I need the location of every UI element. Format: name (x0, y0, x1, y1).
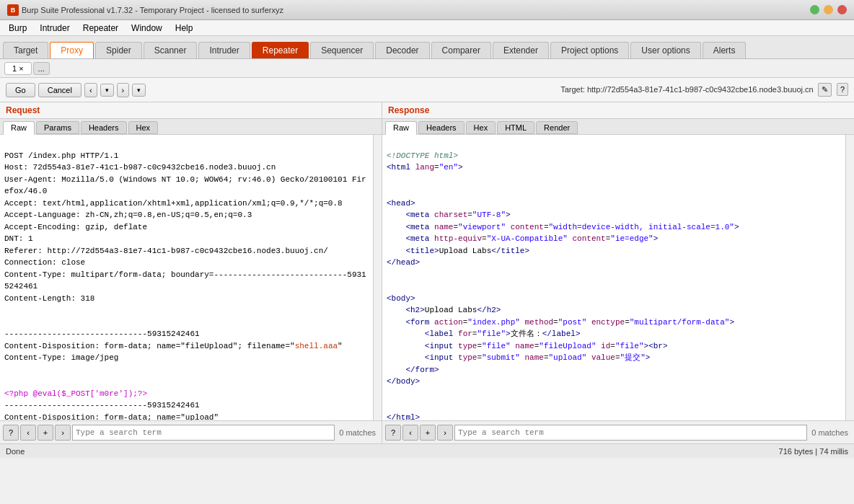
response-search-back[interactable]: ‹ (402, 425, 418, 441)
tab-target[interactable]: Target (3, 42, 48, 58)
forward-dropdown-button[interactable]: ▾ (132, 84, 146, 97)
resp-meta-charset: <meta charset="UTF-8"> (387, 211, 511, 219)
req-line3: User-Agent: Mozilla/5.0 (Windows NT 10.0… (4, 175, 366, 196)
tab-intruder[interactable]: Intruder (198, 42, 250, 58)
req-boundary1: ------------------------------5931524246… (4, 330, 200, 338)
req-line10: Content-Type: multipart/form-data; bound… (4, 270, 366, 291)
tab-sequencer[interactable]: Sequencer (310, 42, 374, 58)
response-tab-render[interactable]: Render (536, 121, 578, 134)
menu-help[interactable]: Help (170, 22, 199, 35)
menu-burp[interactable]: Burp (3, 22, 32, 35)
request-search-help[interactable]: ? (3, 425, 19, 441)
tab-extender[interactable]: Extender (493, 42, 549, 58)
resp-meta-viewport: <meta name="viewport" content="width=dev… (387, 223, 739, 231)
resp-html-open: <html lang="en"> (387, 163, 463, 172)
statusbar: Done 716 bytes | 74 millis (0, 443, 854, 458)
response-tab-raw[interactable]: Raw (385, 121, 417, 135)
request-tabs: Raw Params Headers Hex (0, 119, 382, 135)
response-search-bar: ? ‹ + › 0 matches (382, 420, 854, 443)
resp-input-submit: <input type="submit" name="upload" value… (387, 353, 650, 362)
req-boundary2: ------------------------------5931524246… (4, 401, 200, 410)
resp-h2: <h2>Upload Labs</h2> (387, 306, 501, 314)
response-tab-hex[interactable]: Hex (466, 121, 496, 134)
req-line7: DNT: 1 (4, 234, 33, 243)
response-content[interactable]: <!DOCTYPE html> <html lang="en"> <head> … (382, 135, 845, 420)
req-line5: Accept-Language: zh-CN,zh;q=0.8,en-US;q=… (4, 211, 252, 219)
titlebar: B Burp Suite Professional v1.7.32 - Temp… (0, 0, 854, 20)
close-button[interactable] (837, 5, 847, 14)
request-content[interactable]: POST /index.php HTTP/1.1 Host: 72d554a3-… (0, 135, 373, 420)
req-cd2: Content-Disposition: form-data; name="up… (4, 413, 219, 421)
request-search-add[interactable]: + (38, 425, 53, 441)
repeater-tab-new[interactable]: ... (33, 62, 50, 75)
tab-decoder[interactable]: Decoder (375, 42, 429, 58)
back-button[interactable]: ‹ (84, 83, 97, 97)
request-tab-params[interactable]: Params (36, 121, 79, 134)
back-dropdown-button[interactable]: ▾ (100, 84, 114, 97)
request-scrollbar[interactable] (373, 135, 382, 420)
response-search-input[interactable] (454, 425, 807, 441)
cancel-button[interactable]: Cancel (38, 83, 82, 97)
resp-head-close: </head> (387, 258, 420, 267)
req-cd1: Content-Disposition: form-data; name="fi… (4, 342, 343, 350)
target-info: Target: http://72d554a3-81e7-41c1-b987-c… (149, 83, 848, 97)
menu-window[interactable]: Window (126, 22, 168, 35)
tab-proxy[interactable]: Proxy (50, 42, 94, 58)
tab-repeater[interactable]: Repeater (252, 42, 309, 58)
main-tabbar: Target Proxy Spider Scanner Intruder Rep… (0, 36, 854, 59)
response-search-forward[interactable]: › (437, 425, 453, 441)
menu-intruder[interactable]: Intruder (34, 22, 75, 35)
tab-alerts[interactable]: Alerts (703, 42, 747, 58)
size-info: 716 bytes | 74 millis (779, 447, 848, 456)
req-ct1: Content-Type: image/jpeg (4, 353, 118, 362)
repeater-tab-1[interactable]: 1 × (4, 62, 32, 75)
response-search-help[interactable]: ? (385, 425, 401, 441)
response-scrollbar[interactable] (845, 135, 854, 420)
tab-user-options[interactable]: User options (630, 42, 700, 58)
app-icon: B (7, 4, 19, 16)
menubar: Burp Intruder Repeater Window Help (0, 20, 854, 36)
req-line9: Connection: close (4, 258, 85, 267)
req-line6: Accept-Encoding: gzip, deflate (4, 223, 147, 231)
response-match-count: 0 matches (809, 428, 851, 437)
request-tab-headers[interactable]: Headers (81, 121, 127, 134)
request-tab-hex[interactable]: Hex (128, 121, 159, 134)
response-tab-html[interactable]: HTML (497, 121, 534, 134)
minimize-button[interactable] (810, 5, 819, 14)
resp-body-close: </body> (387, 377, 420, 386)
request-search-back[interactable]: ‹ (20, 425, 36, 441)
tab-project-options[interactable]: Project options (550, 42, 629, 58)
resp-doctype: <!DOCTYPE html> (387, 151, 458, 160)
tab-scanner[interactable]: Scanner (144, 42, 198, 58)
request-tab-raw[interactable]: Raw (3, 121, 35, 135)
target-label: Target: http://72d554a3-81e7-41c1-b987-c… (560, 85, 813, 94)
main-content: Request Raw Params Headers Hex POST /ind… (0, 102, 854, 443)
repeater-subtabs: 1 × ... (0, 59, 854, 78)
window-controls (810, 5, 847, 14)
response-tabs: Raw Headers Hex HTML Render (382, 119, 854, 135)
window-title: Burp Suite Professional v1.7.32 - Tempor… (22, 6, 283, 14)
req-line2: Host: 72d554a3-81e7-41c1-b987-c0c9432cbe… (4, 163, 276, 172)
go-button[interactable]: Go (6, 83, 35, 97)
status-text: Done (6, 447, 25, 456)
resp-label: <label for="file">文件名：</label> (387, 330, 580, 338)
edit-target-button[interactable]: ✎ (818, 83, 832, 97)
request-header: Request (0, 102, 382, 119)
req-line1: POST /index.php HTTP/1.1 (4, 151, 118, 160)
toolbar: Go Cancel ‹ ▾ › ▾ Target: http://72d554a… (0, 78, 854, 102)
request-search-input[interactable] (72, 425, 335, 441)
tab-spider[interactable]: Spider (95, 42, 142, 58)
resp-title: <title>Upload Labs</title> (387, 247, 529, 255)
maximize-button[interactable] (824, 5, 833, 14)
menu-repeater[interactable]: Repeater (77, 22, 124, 35)
resp-form-close: </form> (387, 366, 439, 374)
request-match-count: 0 matches (336, 428, 379, 437)
request-search-forward[interactable]: › (55, 425, 71, 441)
forward-button[interactable]: › (117, 83, 130, 97)
tab-comparer[interactable]: Comparer (431, 42, 491, 58)
response-tab-headers[interactable]: Headers (418, 121, 465, 134)
target-help-button[interactable]: ? (837, 83, 848, 96)
request-panel: Request Raw Params Headers Hex POST /ind… (0, 102, 382, 443)
req-line4: Accept: text/html,application/xhtml+xml,… (4, 199, 343, 208)
response-search-add[interactable]: + (420, 425, 436, 441)
